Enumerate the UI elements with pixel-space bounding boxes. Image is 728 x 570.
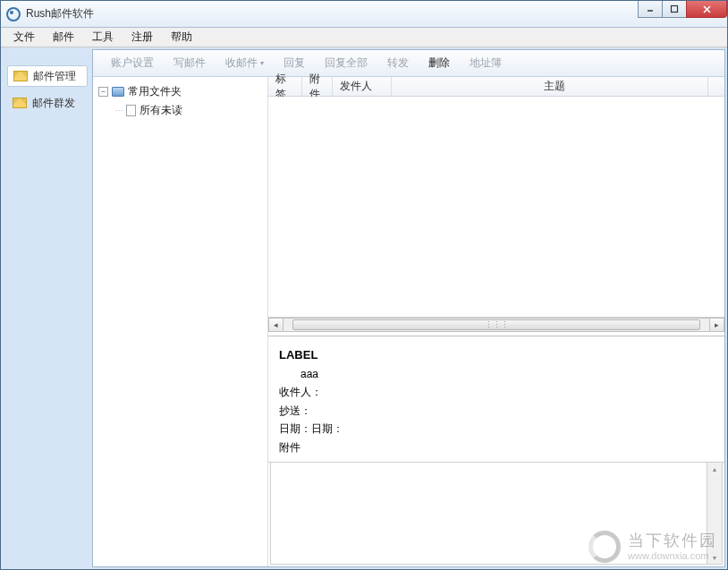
- scroll-thumb[interactable]: ⋮⋮⋮: [292, 319, 700, 330]
- right-column: 标签 附件 发件人 主题 ◂ ⋮⋮⋮ ▸: [268, 77, 724, 566]
- content-area: − 常用文件夹 ⋯ 所有未读 标签 附件 发件人: [93, 77, 724, 566]
- menu-mail[interactable]: 邮件: [44, 28, 83, 47]
- tree-root-label: 常用文件夹: [128, 84, 182, 99]
- preview-from: aaa: [279, 365, 714, 383]
- col-sender[interactable]: 发件人: [333, 77, 392, 96]
- tree-root[interactable]: − 常用文件夹: [97, 82, 264, 101]
- col-tag[interactable]: 标签: [268, 77, 302, 96]
- folder-tree: − 常用文件夹 ⋯ 所有未读: [93, 77, 268, 566]
- tb-account-settings[interactable]: 账户设置: [102, 52, 163, 74]
- mail-list-body[interactable]: [268, 97, 724, 317]
- nav-mail-manage[interactable]: 邮件管理: [7, 65, 88, 87]
- toolbar: 账户设置 写邮件 收邮件▾ 回复 回复全部 转发 删除 地址簿: [93, 50, 724, 77]
- close-button[interactable]: [686, 1, 727, 18]
- tree-child[interactable]: ⋯ 所有未读: [97, 101, 264, 120]
- collapse-icon[interactable]: −: [98, 87, 108, 97]
- app-icon: [6, 7, 21, 21]
- menubar: 文件 邮件 工具 注册 帮助: [1, 28, 727, 47]
- tb-address-book[interactable]: 地址簿: [461, 52, 511, 74]
- horizontal-scrollbar[interactable]: ◂ ⋮⋮⋮ ▸: [268, 317, 724, 332]
- svg-rect-1: [672, 6, 678, 13]
- nav-mail-mass[interactable]: 邮件群发: [7, 92, 88, 114]
- preview-header: LABEL aaa 收件人： 抄送： 日期：日期： 附件: [268, 336, 724, 463]
- tb-forward[interactable]: 转发: [378, 52, 418, 74]
- scroll-track[interactable]: [707, 475, 722, 551]
- preview-body[interactable]: ▴ ▾: [270, 463, 723, 565]
- menu-register[interactable]: 注册: [123, 28, 162, 47]
- col-subject[interactable]: 主题: [537, 77, 708, 96]
- minimize-button[interactable]: [638, 1, 663, 18]
- left-nav: 邮件管理 邮件群发: [3, 49, 92, 567]
- scroll-down-icon[interactable]: ▾: [707, 551, 722, 564]
- page-icon: [126, 105, 136, 116]
- titlebar[interactable]: Rush邮件软件: [1, 1, 727, 28]
- menu-file[interactable]: 文件: [4, 28, 44, 47]
- scroll-up-icon[interactable]: ▴: [707, 463, 722, 475]
- preview-pane: LABEL aaa 收件人： 抄送： 日期：日期： 附件 ▴ ▾: [268, 336, 724, 566]
- maximize-button[interactable]: [662, 1, 687, 18]
- dropdown-icon: ▾: [260, 59, 264, 67]
- mail-list-header: 标签 附件 发件人 主题: [268, 77, 724, 97]
- folder-icon: [112, 87, 124, 97]
- tree-line: ⋯: [114, 106, 123, 115]
- col-end: [708, 77, 724, 96]
- scroll-left-icon[interactable]: ◂: [268, 318, 284, 332]
- col-attachment[interactable]: 附件: [302, 77, 333, 96]
- app-window: Rush邮件软件 文件 邮件 工具 注册 帮助 邮件管理: [0, 0, 728, 570]
- preview-cc: 抄送：: [279, 402, 714, 420]
- menu-help[interactable]: 帮助: [162, 28, 201, 47]
- window-buttons: [639, 1, 727, 18]
- tb-compose[interactable]: 写邮件: [165, 52, 215, 74]
- tb-delete[interactable]: 删除: [419, 52, 459, 74]
- tb-reply-all[interactable]: 回复全部: [316, 52, 377, 74]
- tree-child-label: 所有未读: [140, 103, 182, 118]
- preview-attachment: 附件: [279, 438, 714, 456]
- nav-label: 邮件群发: [32, 96, 75, 111]
- menu-tools[interactable]: 工具: [83, 28, 123, 47]
- preview-recipient: 收件人：: [279, 383, 714, 401]
- scroll-right-icon[interactable]: ▸: [709, 318, 724, 332]
- preview-date: 日期：日期：: [279, 420, 714, 438]
- main-panel: 账户设置 写邮件 收邮件▾ 回复 回复全部 转发 删除 地址簿 − 常用文件夹: [92, 49, 725, 567]
- client-area: 邮件管理 邮件群发 账户设置 写邮件 收邮件▾ 回复 回复全部 转发 删除 地址…: [1, 47, 727, 569]
- mail-icon: [13, 98, 27, 108]
- nav-label: 邮件管理: [33, 69, 76, 84]
- window-title: Rush邮件软件: [26, 6, 94, 21]
- mail-icon: [13, 71, 28, 81]
- col-spacer1[interactable]: [392, 77, 537, 96]
- scroll-track[interactable]: ⋮⋮⋮: [284, 318, 709, 332]
- vertical-scrollbar[interactable]: ▴ ▾: [707, 463, 722, 564]
- preview-label: LABEL: [279, 345, 714, 365]
- tb-receive[interactable]: 收邮件▾: [216, 52, 273, 74]
